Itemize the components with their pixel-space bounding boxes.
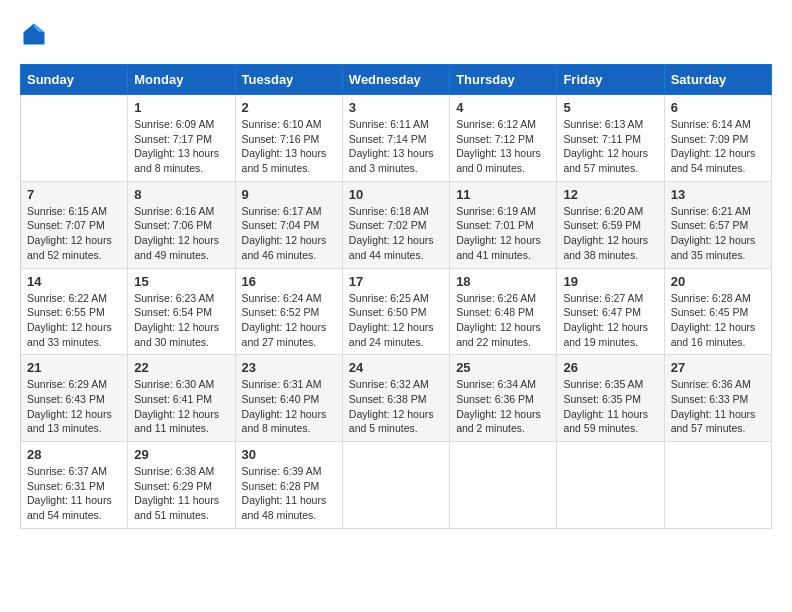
day-info: Sunrise: 6:29 AMSunset: 6:43 PMDaylight:… bbox=[27, 377, 121, 436]
day-info: Sunrise: 6:36 AMSunset: 6:33 PMDaylight:… bbox=[671, 377, 765, 436]
logo bbox=[20, 20, 52, 48]
day-info: Sunrise: 6:20 AMSunset: 6:59 PMDaylight:… bbox=[563, 204, 657, 263]
day-cell: 21Sunrise: 6:29 AMSunset: 6:43 PMDayligh… bbox=[21, 355, 128, 442]
day-number: 6 bbox=[671, 100, 765, 115]
day-cell bbox=[450, 442, 557, 529]
header-cell-sunday: Sunday bbox=[21, 65, 128, 95]
day-cell: 15Sunrise: 6:23 AMSunset: 6:54 PMDayligh… bbox=[128, 268, 235, 355]
header-cell-friday: Friday bbox=[557, 65, 664, 95]
day-number: 23 bbox=[242, 360, 336, 375]
header-cell-tuesday: Tuesday bbox=[235, 65, 342, 95]
day-number: 24 bbox=[349, 360, 443, 375]
day-info: Sunrise: 6:31 AMSunset: 6:40 PMDaylight:… bbox=[242, 377, 336, 436]
header bbox=[20, 20, 772, 48]
day-info: Sunrise: 6:32 AMSunset: 6:38 PMDaylight:… bbox=[349, 377, 443, 436]
day-cell: 3Sunrise: 6:11 AMSunset: 7:14 PMDaylight… bbox=[342, 95, 449, 182]
day-info: Sunrise: 6:38 AMSunset: 6:29 PMDaylight:… bbox=[134, 464, 228, 523]
day-number: 9 bbox=[242, 187, 336, 202]
day-number: 21 bbox=[27, 360, 121, 375]
day-cell bbox=[664, 442, 771, 529]
day-info: Sunrise: 6:14 AMSunset: 7:09 PMDaylight:… bbox=[671, 117, 765, 176]
day-cell: 9Sunrise: 6:17 AMSunset: 7:04 PMDaylight… bbox=[235, 181, 342, 268]
day-cell: 28Sunrise: 6:37 AMSunset: 6:31 PMDayligh… bbox=[21, 442, 128, 529]
day-number: 7 bbox=[27, 187, 121, 202]
day-cell: 8Sunrise: 6:16 AMSunset: 7:06 PMDaylight… bbox=[128, 181, 235, 268]
week-row-5: 28Sunrise: 6:37 AMSunset: 6:31 PMDayligh… bbox=[21, 442, 772, 529]
day-number: 4 bbox=[456, 100, 550, 115]
header-row: SundayMondayTuesdayWednesdayThursdayFrid… bbox=[21, 65, 772, 95]
day-cell: 13Sunrise: 6:21 AMSunset: 6:57 PMDayligh… bbox=[664, 181, 771, 268]
day-info: Sunrise: 6:22 AMSunset: 6:55 PMDaylight:… bbox=[27, 291, 121, 350]
week-row-2: 7Sunrise: 6:15 AMSunset: 7:07 PMDaylight… bbox=[21, 181, 772, 268]
day-info: Sunrise: 6:15 AMSunset: 7:07 PMDaylight:… bbox=[27, 204, 121, 263]
week-row-3: 14Sunrise: 6:22 AMSunset: 6:55 PMDayligh… bbox=[21, 268, 772, 355]
day-cell: 27Sunrise: 6:36 AMSunset: 6:33 PMDayligh… bbox=[664, 355, 771, 442]
day-cell: 14Sunrise: 6:22 AMSunset: 6:55 PMDayligh… bbox=[21, 268, 128, 355]
day-cell bbox=[557, 442, 664, 529]
day-cell: 5Sunrise: 6:13 AMSunset: 7:11 PMDaylight… bbox=[557, 95, 664, 182]
day-info: Sunrise: 6:39 AMSunset: 6:28 PMDaylight:… bbox=[242, 464, 336, 523]
day-cell: 6Sunrise: 6:14 AMSunset: 7:09 PMDaylight… bbox=[664, 95, 771, 182]
day-cell: 22Sunrise: 6:30 AMSunset: 6:41 PMDayligh… bbox=[128, 355, 235, 442]
header-cell-saturday: Saturday bbox=[664, 65, 771, 95]
day-cell: 26Sunrise: 6:35 AMSunset: 6:35 PMDayligh… bbox=[557, 355, 664, 442]
header-cell-monday: Monday bbox=[128, 65, 235, 95]
day-cell: 20Sunrise: 6:28 AMSunset: 6:45 PMDayligh… bbox=[664, 268, 771, 355]
day-info: Sunrise: 6:16 AMSunset: 7:06 PMDaylight:… bbox=[134, 204, 228, 263]
day-number: 13 bbox=[671, 187, 765, 202]
day-info: Sunrise: 6:11 AMSunset: 7:14 PMDaylight:… bbox=[349, 117, 443, 176]
day-number: 15 bbox=[134, 274, 228, 289]
day-number: 12 bbox=[563, 187, 657, 202]
logo-icon bbox=[20, 20, 48, 48]
day-info: Sunrise: 6:27 AMSunset: 6:47 PMDaylight:… bbox=[563, 291, 657, 350]
day-info: Sunrise: 6:26 AMSunset: 6:48 PMDaylight:… bbox=[456, 291, 550, 350]
day-number: 1 bbox=[134, 100, 228, 115]
day-info: Sunrise: 6:10 AMSunset: 7:16 PMDaylight:… bbox=[242, 117, 336, 176]
day-info: Sunrise: 6:37 AMSunset: 6:31 PMDaylight:… bbox=[27, 464, 121, 523]
day-info: Sunrise: 6:24 AMSunset: 6:52 PMDaylight:… bbox=[242, 291, 336, 350]
day-number: 10 bbox=[349, 187, 443, 202]
day-info: Sunrise: 6:17 AMSunset: 7:04 PMDaylight:… bbox=[242, 204, 336, 263]
week-row-4: 21Sunrise: 6:29 AMSunset: 6:43 PMDayligh… bbox=[21, 355, 772, 442]
day-number: 2 bbox=[242, 100, 336, 115]
day-cell: 24Sunrise: 6:32 AMSunset: 6:38 PMDayligh… bbox=[342, 355, 449, 442]
header-cell-wednesday: Wednesday bbox=[342, 65, 449, 95]
day-cell: 30Sunrise: 6:39 AMSunset: 6:28 PMDayligh… bbox=[235, 442, 342, 529]
day-number: 26 bbox=[563, 360, 657, 375]
day-cell: 4Sunrise: 6:12 AMSunset: 7:12 PMDaylight… bbox=[450, 95, 557, 182]
header-cell-thursday: Thursday bbox=[450, 65, 557, 95]
day-cell: 17Sunrise: 6:25 AMSunset: 6:50 PMDayligh… bbox=[342, 268, 449, 355]
week-row-1: 1Sunrise: 6:09 AMSunset: 7:17 PMDaylight… bbox=[21, 95, 772, 182]
day-info: Sunrise: 6:25 AMSunset: 6:50 PMDaylight:… bbox=[349, 291, 443, 350]
day-number: 27 bbox=[671, 360, 765, 375]
day-number: 22 bbox=[134, 360, 228, 375]
day-info: Sunrise: 6:23 AMSunset: 6:54 PMDaylight:… bbox=[134, 291, 228, 350]
calendar-body: 1Sunrise: 6:09 AMSunset: 7:17 PMDaylight… bbox=[21, 95, 772, 529]
day-info: Sunrise: 6:12 AMSunset: 7:12 PMDaylight:… bbox=[456, 117, 550, 176]
day-number: 8 bbox=[134, 187, 228, 202]
day-number: 18 bbox=[456, 274, 550, 289]
day-number: 30 bbox=[242, 447, 336, 462]
day-number: 25 bbox=[456, 360, 550, 375]
day-info: Sunrise: 6:21 AMSunset: 6:57 PMDaylight:… bbox=[671, 204, 765, 263]
day-number: 16 bbox=[242, 274, 336, 289]
day-number: 29 bbox=[134, 447, 228, 462]
day-cell: 25Sunrise: 6:34 AMSunset: 6:36 PMDayligh… bbox=[450, 355, 557, 442]
day-number: 20 bbox=[671, 274, 765, 289]
day-cell: 23Sunrise: 6:31 AMSunset: 6:40 PMDayligh… bbox=[235, 355, 342, 442]
calendar-header: SundayMondayTuesdayWednesdayThursdayFrid… bbox=[21, 65, 772, 95]
day-info: Sunrise: 6:09 AMSunset: 7:17 PMDaylight:… bbox=[134, 117, 228, 176]
day-cell: 16Sunrise: 6:24 AMSunset: 6:52 PMDayligh… bbox=[235, 268, 342, 355]
day-cell: 11Sunrise: 6:19 AMSunset: 7:01 PMDayligh… bbox=[450, 181, 557, 268]
day-cell: 10Sunrise: 6:18 AMSunset: 7:02 PMDayligh… bbox=[342, 181, 449, 268]
calendar-table: SundayMondayTuesdayWednesdayThursdayFrid… bbox=[20, 64, 772, 529]
day-cell: 19Sunrise: 6:27 AMSunset: 6:47 PMDayligh… bbox=[557, 268, 664, 355]
day-cell: 2Sunrise: 6:10 AMSunset: 7:16 PMDaylight… bbox=[235, 95, 342, 182]
day-cell bbox=[21, 95, 128, 182]
day-cell: 12Sunrise: 6:20 AMSunset: 6:59 PMDayligh… bbox=[557, 181, 664, 268]
day-number: 19 bbox=[563, 274, 657, 289]
day-info: Sunrise: 6:35 AMSunset: 6:35 PMDaylight:… bbox=[563, 377, 657, 436]
day-number: 3 bbox=[349, 100, 443, 115]
day-cell bbox=[342, 442, 449, 529]
day-number: 5 bbox=[563, 100, 657, 115]
